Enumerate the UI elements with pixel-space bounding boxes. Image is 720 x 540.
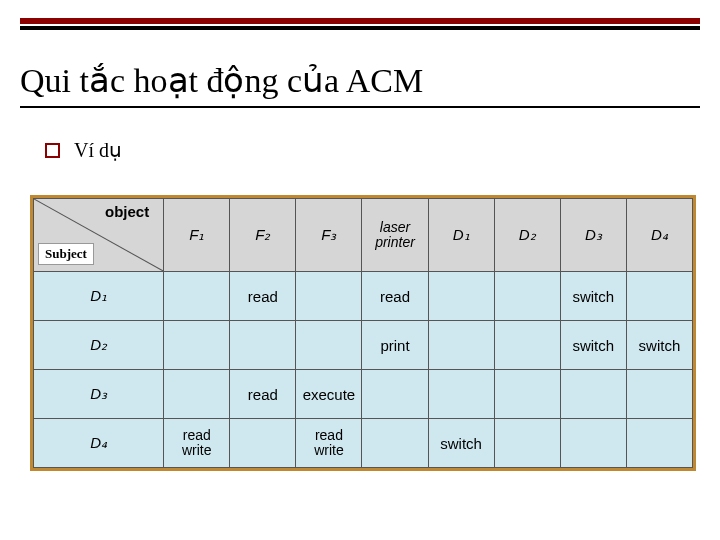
bullet-text: Ví dụ [74, 138, 122, 162]
cell [362, 419, 428, 468]
col-header: F₃ [296, 199, 362, 272]
corner-cell: object Subject [34, 199, 164, 272]
cell: switch [560, 321, 626, 370]
row-label: D₁ [34, 272, 164, 321]
cell [494, 321, 560, 370]
bullet-row: Ví dụ [45, 138, 122, 162]
cell [494, 370, 560, 419]
table-header-row: object Subject F₁ F₂ F₃ laser printer D₁… [34, 199, 693, 272]
cell: read [230, 272, 296, 321]
table-row: D₁ read read switch [34, 272, 693, 321]
cell [428, 321, 494, 370]
cell: read write [296, 419, 362, 468]
cell [560, 419, 626, 468]
cell [230, 419, 296, 468]
table-row: D₄ read write read write switch [34, 419, 693, 468]
cell [164, 370, 230, 419]
cell [626, 370, 692, 419]
title-underline [20, 106, 700, 108]
decorative-top-bars [20, 18, 700, 30]
cell: read [230, 370, 296, 419]
col-header: D₃ [560, 199, 626, 272]
cell: switch [428, 419, 494, 468]
cell: execute [296, 370, 362, 419]
row-label: D₄ [34, 419, 164, 468]
cell [494, 419, 560, 468]
row-label: D₃ [34, 370, 164, 419]
cell [296, 272, 362, 321]
cell: switch [560, 272, 626, 321]
cell: switch [626, 321, 692, 370]
acm-table: object Subject F₁ F₂ F₃ laser printer D₁… [30, 195, 696, 471]
cell [626, 272, 692, 321]
slide-title: Qui tắc hoạt động của ACM [20, 60, 423, 100]
col-header: D₄ [626, 199, 692, 272]
row-label: D₂ [34, 321, 164, 370]
col-header: laser printer [362, 199, 428, 272]
cell [164, 321, 230, 370]
cell [494, 272, 560, 321]
corner-subject-label: Subject [38, 243, 94, 265]
table-row: D₃ read execute [34, 370, 693, 419]
col-header: F₂ [230, 199, 296, 272]
cell [428, 370, 494, 419]
cell [428, 272, 494, 321]
col-header: D₁ [428, 199, 494, 272]
cell: read [362, 272, 428, 321]
cell [362, 370, 428, 419]
col-header: D₂ [494, 199, 560, 272]
corner-object-label: object [105, 203, 149, 220]
table-row: D₂ print switch switch [34, 321, 693, 370]
col-header: F₁ [164, 199, 230, 272]
bullet-icon [45, 143, 60, 158]
cell [296, 321, 362, 370]
cell [560, 370, 626, 419]
cell [164, 272, 230, 321]
cell [230, 321, 296, 370]
cell [626, 419, 692, 468]
cell: read write [164, 419, 230, 468]
cell: print [362, 321, 428, 370]
